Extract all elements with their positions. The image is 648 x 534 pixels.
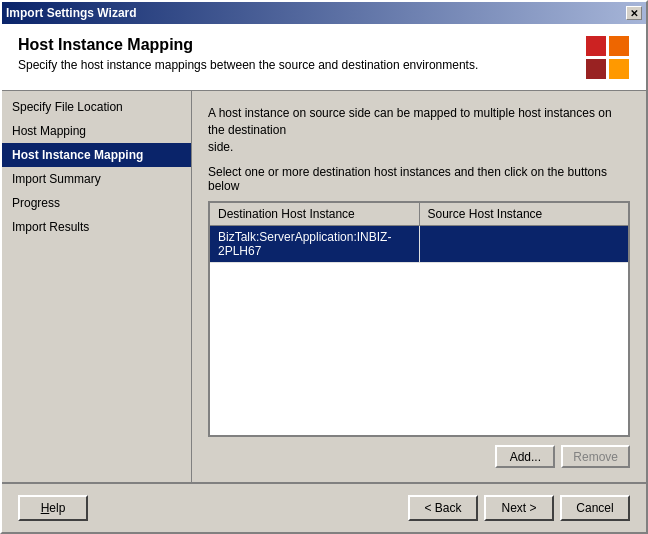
mapping-table: Destination Host Instance Source Host In… — [208, 201, 630, 437]
cancel-button[interactable]: Cancel — [560, 495, 630, 521]
add-button[interactable]: Add... — [495, 445, 555, 468]
sidebar-item-host-instance-mapping[interactable]: Host Instance Mapping — [2, 143, 191, 167]
sidebar-item-import-summary[interactable]: Import Summary — [2, 167, 191, 191]
logo-square-1 — [586, 36, 606, 56]
next-button[interactable]: Next > — [484, 495, 554, 521]
sidebar: Specify File Location Host Mapping Host … — [2, 91, 192, 482]
col-header-source: Source Host Instance — [420, 203, 629, 225]
page-description: Specify the host instance mappings betwe… — [18, 58, 478, 72]
footer: Help < Back Next > Cancel — [2, 482, 646, 532]
table-body: BizTalk:ServerApplication:INBIZ-2PLH67 — [210, 226, 628, 435]
description-text: A host instance on source side can be ma… — [208, 105, 630, 155]
instruction-text: Select one or more destination host inst… — [208, 165, 630, 193]
cell-source — [420, 226, 629, 262]
title-bar: Import Settings Wizard ✕ — [2, 2, 646, 24]
col-header-destination: Destination Host Instance — [210, 203, 420, 225]
content-area: Specify File Location Host Mapping Host … — [2, 91, 646, 482]
table-buttons: Add... Remove — [208, 445, 630, 468]
sidebar-item-specify-file-location[interactable]: Specify File Location — [2, 95, 191, 119]
remove-button[interactable]: Remove — [561, 445, 630, 468]
close-button[interactable]: ✕ — [626, 6, 642, 20]
footer-nav-buttons: < Back Next > Cancel — [408, 495, 630, 521]
main-panel: A host instance on source side can be ma… — [192, 91, 646, 482]
sidebar-item-progress[interactable]: Progress — [2, 191, 191, 215]
page-title: Host Instance Mapping — [18, 36, 478, 54]
logo-square-4 — [609, 59, 629, 79]
cell-destination: BizTalk:ServerApplication:INBIZ-2PLH67 — [210, 226, 420, 262]
help-label: Help — [41, 501, 66, 515]
header-text: Host Instance Mapping Specify the host i… — [18, 36, 478, 72]
logo-square-3 — [586, 59, 606, 79]
table-header: Destination Host Instance Source Host In… — [210, 203, 628, 226]
logo-square-2 — [609, 36, 629, 56]
table-row[interactable]: BizTalk:ServerApplication:INBIZ-2PLH67 — [210, 226, 628, 263]
wizard-window: Import Settings Wizard ✕ Host Instance M… — [0, 0, 648, 534]
sidebar-item-import-results[interactable]: Import Results — [2, 215, 191, 239]
header-area: Host Instance Mapping Specify the host i… — [2, 24, 646, 91]
logo — [586, 36, 630, 80]
sidebar-item-host-mapping[interactable]: Host Mapping — [2, 119, 191, 143]
back-button[interactable]: < Back — [408, 495, 478, 521]
window-title: Import Settings Wizard — [6, 6, 137, 20]
help-button[interactable]: Help — [18, 495, 88, 521]
